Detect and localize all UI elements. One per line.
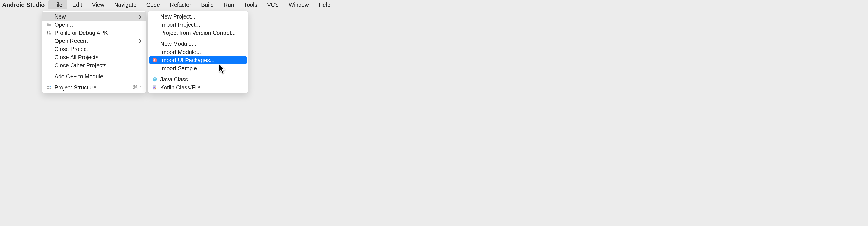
new-submenu-item-new-project[interactable]: New Project... xyxy=(148,12,248,21)
file-menu-item-label: Close Other Projects xyxy=(55,62,142,69)
new-submenu-item-project-from-vcs[interactable]: Project from Version Control... xyxy=(148,29,248,37)
file-menu-item-add-cpp[interactable]: Add C++ to Module xyxy=(42,72,146,80)
svg-rect-4 xyxy=(50,86,51,87)
new-submenu-dropdown: New Project... Import Project... Project… xyxy=(148,11,248,93)
menubar-item-file[interactable]: File xyxy=(49,0,67,9)
file-menu-item-label: Open Recent xyxy=(55,38,135,44)
svg-rect-5 xyxy=(50,88,51,89)
background-area: New ❯ Open... Profile or Debug APK Open … xyxy=(0,10,868,226)
menubar-item-vcs[interactable]: VCS xyxy=(262,0,284,9)
menubar-item-refactor[interactable]: Refactor xyxy=(165,0,196,9)
new-submenu-item-import-ui-packages[interactable]: Import UI Packages... xyxy=(149,56,247,64)
file-menu-item-label: Add C++ to Module xyxy=(55,73,142,80)
file-menu-item-new[interactable]: New ❯ xyxy=(42,12,146,21)
submenu-item-label: Project from Version Control... xyxy=(160,30,244,36)
file-menu-item-open-recent[interactable]: Open Recent ❯ xyxy=(42,37,146,45)
relay-plugin-icon xyxy=(152,57,158,63)
file-menu-item-close-other-projects[interactable]: Close Other Projects xyxy=(42,61,146,69)
svg-rect-0 xyxy=(49,33,51,34)
new-submenu-item-import-sample[interactable]: Import Sample... xyxy=(148,64,248,72)
submenu-item-label: Kotlin Class/File xyxy=(160,84,244,91)
new-submenu-item-kotlin-class-file[interactable]: Kotlin Class/File xyxy=(148,84,248,92)
kotlin-file-icon xyxy=(152,85,158,90)
menubar-item-view[interactable]: View xyxy=(87,0,109,9)
file-menu-item-label: Close All Projects xyxy=(55,54,142,61)
menubar-item-window[interactable]: Window xyxy=(284,0,314,9)
submenu-item-label: Java Class xyxy=(160,76,244,83)
chevron-right-icon: ❯ xyxy=(138,13,142,20)
menubar-item-edit[interactable]: Edit xyxy=(67,0,87,9)
submenu-item-label: Import UI Packages... xyxy=(160,57,244,64)
profile-apk-icon xyxy=(46,30,52,35)
svg-rect-1 xyxy=(49,31,50,33)
new-submenu-item-java-class[interactable]: C Java Class xyxy=(148,75,248,84)
file-menu-item-label: Open... xyxy=(55,22,142,28)
java-class-icon: C xyxy=(152,76,158,82)
menubar: Android Studio File Edit View Navigate C… xyxy=(0,0,868,10)
menubar-item-run[interactable]: Run xyxy=(219,0,239,9)
menubar-item-tools[interactable]: Tools xyxy=(239,0,262,9)
folder-open-icon xyxy=(46,22,52,27)
file-menu-dropdown: New ❯ Open... Profile or Debug APK Open … xyxy=(42,11,146,93)
keyboard-shortcut: ⌘ ; xyxy=(133,84,142,91)
menu-separator xyxy=(44,82,144,82)
menu-separator xyxy=(44,71,144,71)
file-menu-item-label: Profile or Debug APK xyxy=(55,30,142,36)
menubar-item-navigate[interactable]: Navigate xyxy=(109,0,142,9)
menubar-item-help[interactable]: Help xyxy=(314,0,335,9)
file-menu-item-label: Project Structure... xyxy=(55,84,130,91)
new-submenu-item-new-module[interactable]: New Module... xyxy=(148,40,248,48)
svg-rect-3 xyxy=(47,88,49,89)
menubar-item-build[interactable]: Build xyxy=(196,0,219,9)
file-menu-item-project-structure[interactable]: Project Structure... ⌘ ; xyxy=(42,84,146,92)
submenu-item-label: Import Module... xyxy=(160,49,244,55)
chevron-right-icon: ❯ xyxy=(138,38,142,44)
submenu-item-label: New Module... xyxy=(160,41,244,47)
svg-rect-2 xyxy=(47,86,49,87)
project-structure-icon xyxy=(46,85,52,90)
file-menu-item-label: New xyxy=(55,13,135,20)
file-menu-item-open[interactable]: Open... xyxy=(42,21,146,29)
submenu-item-label: Import Sample... xyxy=(160,65,244,72)
submenu-item-label: Import Project... xyxy=(160,22,244,28)
file-menu-item-close-all-projects[interactable]: Close All Projects xyxy=(42,53,146,61)
svg-text:C: C xyxy=(154,78,156,81)
new-submenu-item-import-module[interactable]: Import Module... xyxy=(148,48,248,56)
new-submenu-item-import-project[interactable]: Import Project... xyxy=(148,21,248,29)
app-name: Android Studio xyxy=(2,0,49,10)
menu-separator xyxy=(150,38,246,38)
file-menu-item-close-project[interactable]: Close Project xyxy=(42,45,146,53)
file-menu-item-label: Close Project xyxy=(55,46,142,53)
menubar-item-code[interactable]: Code xyxy=(142,0,165,9)
file-menu-item-profile-apk[interactable]: Profile or Debug APK xyxy=(42,29,146,37)
submenu-item-label: New Project... xyxy=(160,13,244,20)
svg-point-6 xyxy=(153,58,157,62)
